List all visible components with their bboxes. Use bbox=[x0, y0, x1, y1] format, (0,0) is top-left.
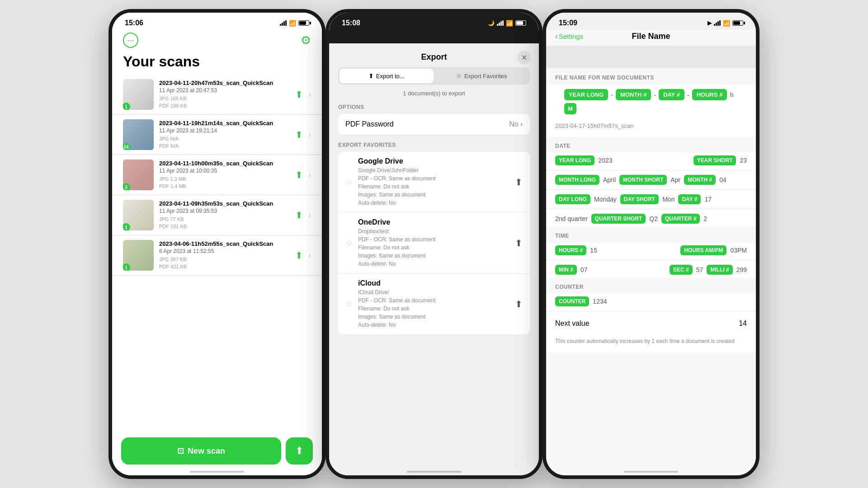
sec-value: 57 bbox=[696, 266, 703, 273]
star-icon[interactable]: ☆ bbox=[345, 299, 353, 309]
scan-date: 11 Apr 2023 at 19:21:14 bbox=[159, 127, 290, 134]
star-icon[interactable]: ☆ bbox=[345, 238, 353, 248]
scan-actions: ⬆ › bbox=[295, 129, 311, 140]
share-icon[interactable]: ⬆ bbox=[295, 210, 303, 221]
location-icon: ▶ bbox=[708, 20, 712, 26]
phone-screen1: 15:06 📶 ··· ⚙ Your scans bbox=[108, 9, 326, 479]
scan-name: 2023-04-11-19h21m14s_scan_QuickScan bbox=[159, 120, 290, 127]
share-icon[interactable]: ⬆ bbox=[295, 89, 303, 100]
day-num-value: 17 bbox=[704, 196, 712, 203]
chevron-right-icon: › bbox=[308, 90, 311, 99]
counter-token[interactable]: COUNTER bbox=[555, 296, 589, 306]
quarter-num-token-row[interactable]: QUARTER # bbox=[661, 214, 700, 224]
scan-actions: ⬆ › bbox=[295, 169, 311, 180]
pdf-password-row[interactable]: PDF Password No › bbox=[338, 114, 530, 135]
separator-2: - bbox=[654, 91, 656, 99]
star-tab-icon: ☆ bbox=[456, 72, 462, 80]
chevron-right-icon: › bbox=[308, 130, 311, 140]
status-icons-1: 📶 bbox=[280, 20, 309, 27]
chevron-right-icon: › bbox=[520, 120, 523, 128]
hours-token-row[interactable]: HOURS # bbox=[555, 245, 586, 255]
phone-screen2: 15:08 🌙 📶 Export ✕ bbox=[326, 9, 542, 479]
nav-title: File Name bbox=[632, 32, 670, 41]
status-icons-2: 🌙 📶 bbox=[488, 20, 526, 27]
bottom-toolbar: ⊡ New scan ⬆ bbox=[112, 431, 322, 475]
scan-info: 2023-04-11-19h21m14s_scan_QuickScan 11 A… bbox=[159, 120, 290, 150]
share-icon[interactable]: ⬆ bbox=[515, 238, 523, 249]
share-icon[interactable]: ⬆ bbox=[295, 169, 303, 180]
scan-date: 11 Apr 2023 at 20:47:53 bbox=[159, 87, 290, 94]
hours-token[interactable]: HOURS # bbox=[692, 89, 727, 100]
tab-export-to[interactable]: ⬆ Export to... bbox=[340, 69, 434, 83]
sec-token-row[interactable]: SEC # bbox=[670, 265, 693, 275]
share-all-button[interactable]: ⬆ bbox=[286, 437, 313, 465]
month-long-token-row[interactable]: MONTH LONG bbox=[555, 175, 599, 185]
table-row[interactable]: 24 2023-04-11-19h21m14s_scan_QuickScan 1… bbox=[112, 115, 322, 155]
wifi-icon-1: 📶 bbox=[289, 20, 296, 27]
back-button[interactable]: ‹ Settings bbox=[555, 32, 583, 41]
year-long-token-row[interactable]: YEAR LONG bbox=[555, 155, 594, 165]
favorites-section-label: EXPORT FAVORITES bbox=[329, 142, 539, 152]
doc-count: 1 document(s) to export bbox=[329, 90, 539, 97]
new-scan-label: New scan bbox=[188, 446, 225, 456]
star-icon[interactable]: ☆ bbox=[345, 177, 353, 187]
h-sep: h bbox=[730, 91, 734, 99]
next-value-label: Next value bbox=[555, 319, 590, 328]
filename-preview: 2023-04-17-15h07m57s_scan bbox=[555, 120, 747, 132]
tab-export-favorites[interactable]: ☆ Export Favorites bbox=[435, 69, 529, 83]
hours-ampm-value: 03PM bbox=[730, 247, 747, 254]
more-token[interactable]: M bbox=[564, 103, 576, 114]
month-short-token-row[interactable]: MONTH SHORT bbox=[619, 175, 667, 185]
table-row[interactable]: 1 2023-04-11-09h35m53s_scan_QuickScan 11… bbox=[112, 195, 322, 235]
chevron-right-icon: › bbox=[308, 211, 311, 220]
day-short-token-row[interactable]: DAY SHORT bbox=[620, 194, 659, 204]
favorites-section: ☆ Google Drive Google Drive/JohnFolderPD… bbox=[338, 152, 530, 334]
day-long-value: Monday bbox=[594, 196, 617, 203]
quarter-short-token-row[interactable]: QUARTER SHORT bbox=[591, 214, 646, 224]
settings-button[interactable]: ⚙ bbox=[301, 33, 311, 47]
modal-title: Export bbox=[421, 52, 447, 62]
more-dots: ··· bbox=[127, 36, 134, 45]
min-token-row[interactable]: MIN # bbox=[555, 265, 577, 275]
year-long-token[interactable]: YEAR LONG bbox=[564, 89, 608, 100]
month-num-token-row[interactable]: MONTH # bbox=[684, 175, 716, 185]
list-item[interactable]: ☆ OneDrive Dropbox/testPDF - OCR: Same a… bbox=[338, 213, 530, 274]
chevron-left-icon: ‹ bbox=[555, 32, 558, 41]
fav-name: Google Drive bbox=[358, 157, 509, 165]
options-section: PDF Password No › bbox=[338, 114, 530, 135]
separator-3: - bbox=[687, 91, 689, 99]
table-row[interactable]: 1 2023-04-11-20h47m53s_scan_QuickScan 11… bbox=[112, 75, 322, 115]
counter-section-header: COUNTER bbox=[546, 277, 756, 294]
share-icon[interactable]: ⬆ bbox=[515, 299, 523, 310]
fav-info: iCloud iCloud Drive/PDF - OCR: Same as d… bbox=[358, 279, 509, 329]
more-button[interactable]: ··· bbox=[123, 33, 138, 48]
status-bar-1: 15:06 📶 bbox=[112, 13, 322, 30]
day-long-token-row[interactable]: DAY LONG bbox=[555, 194, 590, 204]
share-icon[interactable]: ⬆ bbox=[295, 129, 303, 140]
month-token[interactable]: MONTH # bbox=[616, 89, 651, 100]
table-row[interactable]: 1 2023-04-06-11h52m55s_scan_QuickScan 6 … bbox=[112, 235, 322, 276]
milli-token-row[interactable]: MILLI # bbox=[707, 265, 732, 275]
day-token[interactable]: DAY # bbox=[659, 89, 684, 100]
close-button[interactable]: ✕ bbox=[517, 51, 531, 64]
options-section-label: OPTIONS bbox=[329, 104, 539, 114]
share-icon[interactable]: ⬆ bbox=[515, 177, 523, 188]
scan-thumbnail: 2 bbox=[123, 160, 154, 190]
fav-info: Google Drive Google Drive/JohnFolderPDF … bbox=[358, 157, 509, 207]
battery-icon-1 bbox=[298, 20, 309, 26]
signal-icon-1 bbox=[280, 20, 287, 26]
day-num-token-row[interactable]: DAY # bbox=[678, 194, 701, 204]
new-scan-button[interactable]: ⊡ New scan bbox=[121, 437, 281, 465]
signal-icon-3 bbox=[714, 20, 721, 26]
year-short-token-row[interactable]: YEAR SHORT bbox=[693, 155, 736, 165]
fav-detail: iCloud Drive/PDF - OCR: Same as document… bbox=[358, 288, 509, 329]
quarter-row: 2nd quarter QUARTER SHORT Q2 QUARTER # 2 bbox=[546, 211, 756, 226]
table-row[interactable]: 2 2023-04-11-10h00m35s_scan_QuickScan 11… bbox=[112, 155, 322, 195]
list-item[interactable]: ☆ iCloud iCloud Drive/PDF - OCR: Same as… bbox=[338, 274, 530, 334]
hours-ampm-token-row[interactable]: HOURS AM/PM bbox=[680, 245, 726, 255]
list-item[interactable]: ☆ Google Drive Google Drive/JohnFolderPD… bbox=[338, 152, 530, 213]
quarter-short-value: Q2 bbox=[649, 215, 658, 222]
month-row: MONTH LONG April MONTH SHORT Apr MONTH #… bbox=[546, 172, 756, 188]
share-icon[interactable]: ⬆ bbox=[295, 250, 303, 261]
badge-count: 1 bbox=[123, 263, 130, 271]
